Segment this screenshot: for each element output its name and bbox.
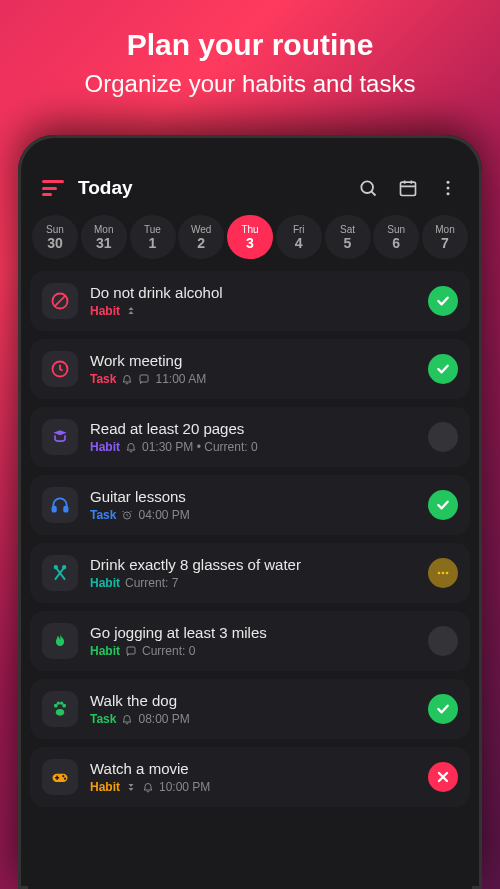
svg-rect-14 xyxy=(64,507,67,512)
date-cell[interactable]: Sun6 xyxy=(373,215,419,259)
phone-frame: Today Sun30Mon31Tue1Wed2Thu3Fri4Sat5Sun6… xyxy=(18,135,482,889)
date-dow: Wed xyxy=(191,224,211,235)
svg-point-29 xyxy=(64,778,66,780)
item-body: Go jogging at least 3 milesHabitCurrent:… xyxy=(90,624,428,658)
date-dow: Sat xyxy=(340,224,355,235)
status-badge[interactable] xyxy=(428,626,458,656)
list-item[interactable]: Drink exactly 8 glasses of waterHabitCur… xyxy=(30,543,470,603)
note-icon xyxy=(138,373,150,385)
item-title: Drink exactly 8 glasses of water xyxy=(90,556,428,573)
svg-point-0 xyxy=(361,181,373,193)
date-dow: Mon xyxy=(94,224,113,235)
item-meta: Task11:00 AM xyxy=(90,372,428,386)
date-strip: Sun30Mon31Tue1Wed2Thu3Fri4Sat5Sun6Mon7 xyxy=(28,209,472,271)
status-badge[interactable] xyxy=(428,422,458,452)
svg-point-18 xyxy=(438,572,441,575)
date-cell[interactable]: Sun30 xyxy=(32,215,78,259)
list-item[interactable]: Work meetingTask11:00 AM xyxy=(30,339,470,399)
svg-rect-31 xyxy=(56,776,58,780)
status-badge[interactable] xyxy=(428,762,458,792)
svg-line-1 xyxy=(371,191,375,195)
item-type-label: Habit xyxy=(90,304,120,318)
book-icon xyxy=(42,419,78,455)
status-badge[interactable] xyxy=(428,558,458,588)
list-item[interactable]: Watch a movieHabit10:00 PM xyxy=(30,747,470,807)
menu-icon[interactable] xyxy=(42,180,64,196)
item-type-label: Habit xyxy=(90,644,120,658)
promo-subtitle: Organize your habits and tasks xyxy=(0,70,500,98)
calendar-icon[interactable] xyxy=(398,178,418,198)
item-meta-text: 10:00 PM xyxy=(159,780,210,794)
item-title: Work meeting xyxy=(90,352,428,369)
date-num: 5 xyxy=(344,235,352,251)
paw-icon xyxy=(42,691,78,727)
bell-icon xyxy=(121,713,133,725)
svg-point-24 xyxy=(57,702,60,705)
svg-point-8 xyxy=(447,192,450,195)
item-type-label: Task xyxy=(90,712,116,726)
item-title: Guitar lessons xyxy=(90,488,428,505)
app-screen: Today Sun30Mon31Tue1Wed2Thu3Fri4Sat5Sun6… xyxy=(28,171,472,889)
status-badge[interactable] xyxy=(428,694,458,724)
item-type-label: Habit xyxy=(90,780,120,794)
item-meta-text: 11:00 AM xyxy=(155,372,206,386)
svg-rect-2 xyxy=(401,182,416,195)
list-item[interactable]: Go jogging at least 3 milesHabitCurrent:… xyxy=(30,611,470,671)
svg-rect-13 xyxy=(53,507,56,512)
status-badge[interactable] xyxy=(428,490,458,520)
item-meta: Habit10:00 PM xyxy=(90,780,428,794)
status-badge[interactable] xyxy=(428,286,458,316)
svg-point-6 xyxy=(447,181,450,184)
item-title: Watch a movie xyxy=(90,760,428,777)
date-cell[interactable]: Thu3 xyxy=(227,215,273,259)
priority-icon xyxy=(125,305,137,317)
item-body: Walk the dogTask08:00 PM xyxy=(90,692,428,726)
date-cell[interactable]: Wed2 xyxy=(178,215,224,259)
date-cell[interactable]: Fri4 xyxy=(276,215,322,259)
list-item[interactable]: Read at least 20 pagesHabit01:30 PM • Cu… xyxy=(30,407,470,467)
date-cell[interactable]: Mon31 xyxy=(81,215,127,259)
date-dow: Sun xyxy=(387,224,405,235)
item-type-label: Habit xyxy=(90,440,120,454)
date-num: 3 xyxy=(246,235,254,251)
date-cell[interactable]: Sat5 xyxy=(325,215,371,259)
search-icon[interactable] xyxy=(358,178,378,198)
item-meta-text: 01:30 PM • Current: 0 xyxy=(142,440,258,454)
item-body: Work meetingTask11:00 AM xyxy=(90,352,428,386)
date-num: 30 xyxy=(47,235,63,251)
note-icon xyxy=(125,645,137,657)
item-body: Do not drink alcoholHabit xyxy=(90,284,428,318)
list-item[interactable]: Guitar lessonsTask04:00 PM xyxy=(30,475,470,535)
page-title: Today xyxy=(78,177,133,199)
status-badge[interactable] xyxy=(428,354,458,384)
item-meta: HabitCurrent: 0 xyxy=(90,644,428,658)
svg-line-10 xyxy=(55,296,66,307)
item-title: Read at least 20 pages xyxy=(90,420,428,437)
priority-down-icon xyxy=(125,781,137,793)
promo-title: Plan your routine xyxy=(0,28,500,62)
clock-icon xyxy=(42,351,78,387)
list-item[interactable]: Do not drink alcoholHabit xyxy=(30,271,470,331)
item-meta: Task04:00 PM xyxy=(90,508,428,522)
date-dow: Tue xyxy=(144,224,161,235)
item-type-label: Task xyxy=(90,372,116,386)
svg-point-16 xyxy=(55,566,58,569)
list-item[interactable]: Walk the dogTask08:00 PM xyxy=(30,679,470,739)
item-body: Drink exactly 8 glasses of waterHabitCur… xyxy=(90,556,428,590)
app-header: Today xyxy=(28,171,472,209)
svg-point-19 xyxy=(442,572,445,575)
item-meta-text: Current: 7 xyxy=(125,576,178,590)
more-icon[interactable] xyxy=(438,178,458,198)
svg-rect-12 xyxy=(140,375,148,382)
date-cell[interactable]: Mon7 xyxy=(422,215,468,259)
date-dow: Thu xyxy=(241,224,258,235)
svg-point-26 xyxy=(56,709,64,716)
item-meta: Task08:00 PM xyxy=(90,712,428,726)
alarm-icon xyxy=(121,509,133,521)
item-meta: HabitCurrent: 7 xyxy=(90,576,428,590)
date-dow: Mon xyxy=(435,224,454,235)
date-num: 6 xyxy=(392,235,400,251)
svg-point-28 xyxy=(62,775,64,777)
date-cell[interactable]: Tue1 xyxy=(130,215,176,259)
item-body: Watch a movieHabit10:00 PM xyxy=(90,760,428,794)
